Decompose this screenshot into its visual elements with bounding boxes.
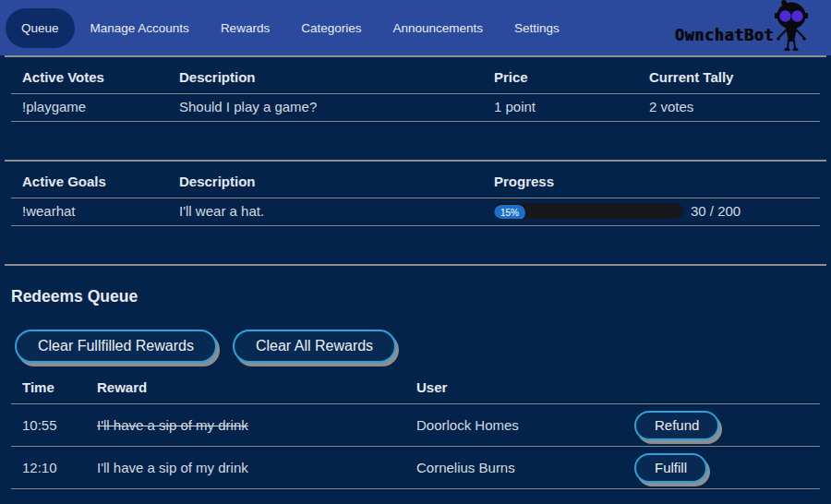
col-description: Description bbox=[168, 162, 483, 198]
redeems-queue-title: Redeems Queue bbox=[11, 287, 826, 306]
goal-description: I'll wear a hat. bbox=[168, 198, 483, 226]
nav-item-announcements[interactable]: Announcements bbox=[377, 8, 499, 48]
col-current-tally: Current Tally bbox=[638, 57, 820, 94]
col-active-votes: Active Votes bbox=[11, 57, 168, 94]
active-votes-header-row: Active Votes Description Price Current T… bbox=[11, 57, 820, 94]
col-progress: Progress bbox=[483, 162, 820, 198]
redeem-time: 10:55 bbox=[11, 404, 86, 447]
col-action bbox=[623, 367, 820, 404]
redeems-header-row: Time Reward User bbox=[11, 367, 820, 404]
col-description: Description bbox=[168, 57, 483, 94]
nav-item-queue[interactable]: Queue bbox=[6, 8, 75, 48]
redeem-reward: I'll have a sip of my drink bbox=[86, 404, 405, 447]
col-user: User bbox=[405, 367, 623, 404]
redeems-table: Time Reward User 10:55 I'll have a sip o… bbox=[11, 367, 820, 489]
fulfill-button[interactable]: Fulfill bbox=[634, 453, 707, 483]
logo-wordmark: OwnchatBot bbox=[675, 26, 774, 52]
redeem-action-cell: Fulfill bbox=[623, 447, 820, 489]
col-active-goals: Active Goals bbox=[11, 162, 168, 198]
redeems-queue-section: Redeems Queue Clear Fullfilled Rewards C… bbox=[5, 264, 826, 489]
goal-progress-bar: 15% bbox=[494, 203, 683, 219]
active-goals-header-row: Active Goals Description Progress bbox=[11, 162, 820, 198]
active-goals-table: Active Goals Description Progress !wearh… bbox=[11, 162, 820, 226]
active-votes-section: Active Votes Description Price Current T… bbox=[5, 55, 826, 160]
vote-row: !playgame Should I play a game? 1 point … bbox=[11, 94, 820, 122]
robot-mascot-icon bbox=[770, 0, 813, 52]
active-votes-table: Active Votes Description Price Current T… bbox=[11, 57, 820, 122]
clear-fulfilled-rewards-button[interactable]: Clear Fullfilled Rewards bbox=[15, 330, 217, 363]
top-navbar: Queue Manage Accounts Rewards Categories… bbox=[0, 0, 831, 55]
refund-button[interactable]: Refund bbox=[634, 411, 719, 440]
redeem-row-fulfilled: 10:55 I'll have a sip of my drink Doorlo… bbox=[11, 404, 820, 447]
nav-item-manage-accounts[interactable]: Manage Accounts bbox=[75, 8, 205, 48]
vote-tally: 2 votes bbox=[638, 94, 820, 122]
col-price: Price bbox=[483, 57, 638, 94]
redeem-user: Doorlock Homes bbox=[405, 404, 623, 447]
redeem-action-cell: Refund bbox=[623, 404, 820, 447]
goal-progress-label: 30 / 200 bbox=[691, 203, 741, 219]
queue-main: Active Votes Description Price Current T… bbox=[0, 55, 831, 489]
goal-progress-fill: 15% bbox=[494, 205, 525, 219]
clear-all-rewards-button[interactable]: Clear All Rewards bbox=[233, 330, 396, 363]
vote-price: 1 point bbox=[483, 94, 638, 122]
col-reward: Reward bbox=[86, 367, 405, 404]
nav-item-categories[interactable]: Categories bbox=[285, 8, 377, 48]
redeem-reward: I'll have a sip of my drink bbox=[86, 447, 405, 489]
redeem-user: Cornelius Burns bbox=[405, 447, 623, 489]
redeem-row-pending: 12:10 I'll have a sip of my drink Cornel… bbox=[11, 447, 820, 489]
ownchatbot-logo: OwnchatBot bbox=[675, 0, 813, 52]
goal-progress-cell: 15% 30 / 200 bbox=[483, 198, 820, 226]
nav-item-rewards[interactable]: Rewards bbox=[205, 8, 285, 48]
redeems-actions: Clear Fullfilled Rewards Clear All Rewar… bbox=[15, 330, 826, 363]
goal-row: !wearhat I'll wear a hat. 15% 30 / 200 bbox=[11, 198, 820, 226]
goal-command: !wearhat bbox=[11, 198, 168, 226]
vote-description: Should I play a game? bbox=[168, 94, 483, 122]
ownchatbot-queue-page: { "nav": { "items": [ { "label": "Queue"… bbox=[0, 0, 831, 504]
col-time: Time bbox=[11, 367, 86, 404]
vote-command: !playgame bbox=[11, 94, 168, 122]
active-goals-section: Active Goals Description Progress !wearh… bbox=[5, 160, 826, 264]
nav-item-settings[interactable]: Settings bbox=[499, 8, 575, 48]
redeem-time: 12:10 bbox=[11, 447, 86, 489]
